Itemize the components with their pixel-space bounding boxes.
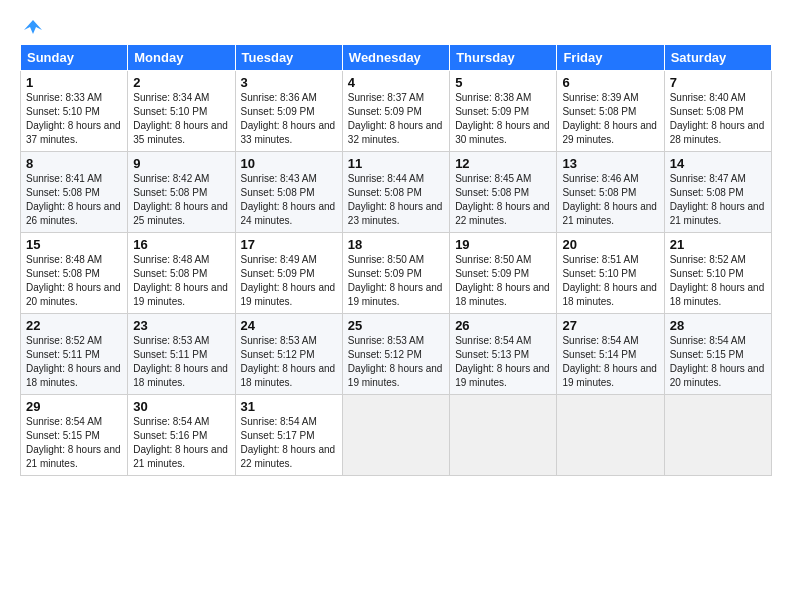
day-number: 24 [241, 318, 337, 333]
day-number: 8 [26, 156, 122, 171]
calendar-cell: 19Sunrise: 8:50 AMSunset: 5:09 PMDayligh… [450, 233, 557, 314]
day-number: 26 [455, 318, 551, 333]
day-number: 9 [133, 156, 229, 171]
day-number: 7 [670, 75, 766, 90]
day-number: 11 [348, 156, 444, 171]
calendar-cell: 25Sunrise: 8:53 AMSunset: 5:12 PMDayligh… [342, 314, 449, 395]
calendar-cell: 4Sunrise: 8:37 AMSunset: 5:09 PMDaylight… [342, 71, 449, 152]
day-number: 21 [670, 237, 766, 252]
day-info: Sunrise: 8:54 AMSunset: 5:13 PMDaylight:… [455, 334, 551, 390]
calendar-cell: 24Sunrise: 8:53 AMSunset: 5:12 PMDayligh… [235, 314, 342, 395]
calendar-col-tuesday: Tuesday [235, 45, 342, 71]
day-number: 13 [562, 156, 658, 171]
day-info: Sunrise: 8:53 AMSunset: 5:12 PMDaylight:… [348, 334, 444, 390]
day-info: Sunrise: 8:54 AMSunset: 5:15 PMDaylight:… [26, 415, 122, 471]
day-info: Sunrise: 8:36 AMSunset: 5:09 PMDaylight:… [241, 91, 337, 147]
calendar-cell: 12Sunrise: 8:45 AMSunset: 5:08 PMDayligh… [450, 152, 557, 233]
day-info: Sunrise: 8:45 AMSunset: 5:08 PMDaylight:… [455, 172, 551, 228]
day-info: Sunrise: 8:50 AMSunset: 5:09 PMDaylight:… [455, 253, 551, 309]
day-number: 29 [26, 399, 122, 414]
day-number: 3 [241, 75, 337, 90]
calendar-cell: 21Sunrise: 8:52 AMSunset: 5:10 PMDayligh… [664, 233, 771, 314]
day-number: 15 [26, 237, 122, 252]
day-info: Sunrise: 8:52 AMSunset: 5:10 PMDaylight:… [670, 253, 766, 309]
day-info: Sunrise: 8:54 AMSunset: 5:17 PMDaylight:… [241, 415, 337, 471]
day-number: 20 [562, 237, 658, 252]
day-info: Sunrise: 8:48 AMSunset: 5:08 PMDaylight:… [133, 253, 229, 309]
calendar-week-row: 1Sunrise: 8:33 AMSunset: 5:10 PMDaylight… [21, 71, 772, 152]
calendar-cell [342, 395, 449, 476]
day-info: Sunrise: 8:44 AMSunset: 5:08 PMDaylight:… [348, 172, 444, 228]
logo-bird-icon [22, 16, 44, 38]
day-number: 25 [348, 318, 444, 333]
day-number: 28 [670, 318, 766, 333]
calendar-cell: 3Sunrise: 8:36 AMSunset: 5:09 PMDaylight… [235, 71, 342, 152]
day-info: Sunrise: 8:53 AMSunset: 5:12 PMDaylight:… [241, 334, 337, 390]
calendar-cell: 1Sunrise: 8:33 AMSunset: 5:10 PMDaylight… [21, 71, 128, 152]
day-number: 18 [348, 237, 444, 252]
day-number: 4 [348, 75, 444, 90]
calendar-cell: 16Sunrise: 8:48 AMSunset: 5:08 PMDayligh… [128, 233, 235, 314]
day-number: 30 [133, 399, 229, 414]
day-info: Sunrise: 8:54 AMSunset: 5:15 PMDaylight:… [670, 334, 766, 390]
calendar-header-row: SundayMondayTuesdayWednesdayThursdayFrid… [21, 45, 772, 71]
calendar-cell: 11Sunrise: 8:44 AMSunset: 5:08 PMDayligh… [342, 152, 449, 233]
calendar-cell: 10Sunrise: 8:43 AMSunset: 5:08 PMDayligh… [235, 152, 342, 233]
day-number: 10 [241, 156, 337, 171]
day-info: Sunrise: 8:33 AMSunset: 5:10 PMDaylight:… [26, 91, 122, 147]
header [20, 18, 772, 34]
day-info: Sunrise: 8:47 AMSunset: 5:08 PMDaylight:… [670, 172, 766, 228]
calendar-cell: 31Sunrise: 8:54 AMSunset: 5:17 PMDayligh… [235, 395, 342, 476]
day-number: 31 [241, 399, 337, 414]
day-info: Sunrise: 8:49 AMSunset: 5:09 PMDaylight:… [241, 253, 337, 309]
calendar-cell: 28Sunrise: 8:54 AMSunset: 5:15 PMDayligh… [664, 314, 771, 395]
calendar-col-wednesday: Wednesday [342, 45, 449, 71]
day-info: Sunrise: 8:52 AMSunset: 5:11 PMDaylight:… [26, 334, 122, 390]
day-number: 19 [455, 237, 551, 252]
page: SundayMondayTuesdayWednesdayThursdayFrid… [0, 0, 792, 612]
calendar-cell: 26Sunrise: 8:54 AMSunset: 5:13 PMDayligh… [450, 314, 557, 395]
calendar-cell: 30Sunrise: 8:54 AMSunset: 5:16 PMDayligh… [128, 395, 235, 476]
day-info: Sunrise: 8:38 AMSunset: 5:09 PMDaylight:… [455, 91, 551, 147]
calendar-cell [664, 395, 771, 476]
day-info: Sunrise: 8:42 AMSunset: 5:08 PMDaylight:… [133, 172, 229, 228]
day-number: 16 [133, 237, 229, 252]
day-number: 5 [455, 75, 551, 90]
day-number: 22 [26, 318, 122, 333]
day-info: Sunrise: 8:51 AMSunset: 5:10 PMDaylight:… [562, 253, 658, 309]
day-info: Sunrise: 8:40 AMSunset: 5:08 PMDaylight:… [670, 91, 766, 147]
calendar-col-friday: Friday [557, 45, 664, 71]
day-info: Sunrise: 8:48 AMSunset: 5:08 PMDaylight:… [26, 253, 122, 309]
day-number: 1 [26, 75, 122, 90]
day-info: Sunrise: 8:39 AMSunset: 5:08 PMDaylight:… [562, 91, 658, 147]
calendar-cell: 2Sunrise: 8:34 AMSunset: 5:10 PMDaylight… [128, 71, 235, 152]
calendar-cell: 18Sunrise: 8:50 AMSunset: 5:09 PMDayligh… [342, 233, 449, 314]
calendar-table: SundayMondayTuesdayWednesdayThursdayFrid… [20, 44, 772, 476]
logo [20, 18, 44, 34]
calendar-cell [557, 395, 664, 476]
day-number: 27 [562, 318, 658, 333]
calendar-cell: 20Sunrise: 8:51 AMSunset: 5:10 PMDayligh… [557, 233, 664, 314]
day-info: Sunrise: 8:43 AMSunset: 5:08 PMDaylight:… [241, 172, 337, 228]
calendar-cell: 9Sunrise: 8:42 AMSunset: 5:08 PMDaylight… [128, 152, 235, 233]
day-number: 6 [562, 75, 658, 90]
day-number: 23 [133, 318, 229, 333]
calendar-cell: 8Sunrise: 8:41 AMSunset: 5:08 PMDaylight… [21, 152, 128, 233]
day-info: Sunrise: 8:54 AMSunset: 5:16 PMDaylight:… [133, 415, 229, 471]
calendar-cell: 27Sunrise: 8:54 AMSunset: 5:14 PMDayligh… [557, 314, 664, 395]
calendar-cell: 5Sunrise: 8:38 AMSunset: 5:09 PMDaylight… [450, 71, 557, 152]
day-info: Sunrise: 8:41 AMSunset: 5:08 PMDaylight:… [26, 172, 122, 228]
day-info: Sunrise: 8:54 AMSunset: 5:14 PMDaylight:… [562, 334, 658, 390]
day-number: 14 [670, 156, 766, 171]
calendar-week-row: 29Sunrise: 8:54 AMSunset: 5:15 PMDayligh… [21, 395, 772, 476]
day-info: Sunrise: 8:34 AMSunset: 5:10 PMDaylight:… [133, 91, 229, 147]
calendar-cell: 7Sunrise: 8:40 AMSunset: 5:08 PMDaylight… [664, 71, 771, 152]
calendar-cell: 22Sunrise: 8:52 AMSunset: 5:11 PMDayligh… [21, 314, 128, 395]
day-info: Sunrise: 8:53 AMSunset: 5:11 PMDaylight:… [133, 334, 229, 390]
calendar-cell: 23Sunrise: 8:53 AMSunset: 5:11 PMDayligh… [128, 314, 235, 395]
day-info: Sunrise: 8:50 AMSunset: 5:09 PMDaylight:… [348, 253, 444, 309]
day-number: 12 [455, 156, 551, 171]
svg-marker-0 [24, 20, 42, 34]
calendar-col-thursday: Thursday [450, 45, 557, 71]
calendar-col-monday: Monday [128, 45, 235, 71]
